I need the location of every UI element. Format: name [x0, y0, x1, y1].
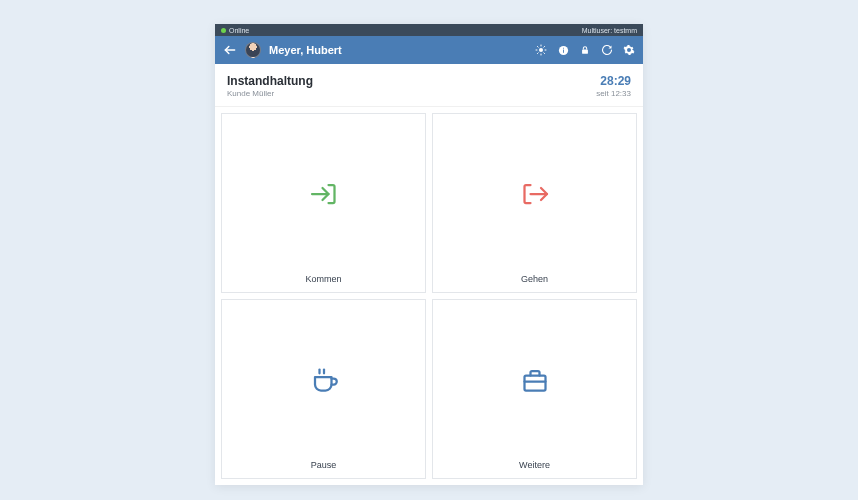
back-button[interactable] — [223, 43, 237, 57]
arrow-left-icon — [223, 43, 237, 57]
more-tile[interactable]: Weitere — [432, 299, 637, 479]
coffee-cup-icon — [306, 362, 342, 398]
settings-button[interactable] — [623, 44, 635, 56]
svg-rect-13 — [582, 50, 588, 54]
lock-button[interactable] — [579, 44, 591, 56]
svg-line-5 — [544, 53, 545, 54]
task-subtitle: Kunde Müller — [227, 89, 313, 98]
tile-label: Pause — [311, 460, 337, 478]
status-bar: Online Multiuser: testmm — [215, 24, 643, 36]
connection-status: Online — [229, 27, 249, 34]
info-icon — [558, 45, 569, 56]
task-title: Instandhaltung — [227, 74, 313, 88]
pause-tile[interactable]: Pause — [221, 299, 426, 479]
elapsed-timer: 28:29 — [596, 74, 631, 88]
svg-rect-18 — [524, 376, 545, 391]
gear-icon — [623, 44, 635, 56]
tile-label: Weitere — [519, 460, 550, 478]
svg-line-8 — [537, 53, 538, 54]
svg-rect-12 — [563, 47, 564, 48]
sun-icon — [535, 44, 547, 56]
enter-icon — [306, 176, 342, 212]
since-label: seit 12:33 — [596, 89, 631, 98]
tile-label: Kommen — [305, 274, 341, 292]
exit-icon — [517, 176, 553, 212]
action-grid: Kommen Gehen Pause — [215, 107, 643, 485]
brightness-button[interactable] — [535, 44, 547, 56]
multiuser-label: Multiuser: testmm — [582, 27, 637, 34]
app-window: Online Multiuser: testmm Meyer, Hubert — [215, 24, 643, 485]
svg-point-1 — [539, 48, 543, 52]
sync-icon — [601, 44, 613, 56]
svg-rect-11 — [563, 49, 564, 52]
lock-icon — [580, 44, 590, 56]
briefcase-icon — [517, 362, 553, 398]
tile-label: Gehen — [521, 274, 548, 292]
online-indicator-icon — [221, 28, 226, 33]
svg-line-4 — [537, 46, 538, 47]
info-button[interactable] — [557, 44, 569, 56]
sync-button[interactable] — [601, 44, 613, 56]
svg-line-9 — [544, 46, 545, 47]
app-bar: Meyer, Hubert — [215, 36, 643, 64]
context-header: Instandhaltung Kunde Müller 28:29 seit 1… — [215, 64, 643, 107]
avatar — [245, 42, 261, 58]
come-tile[interactable]: Kommen — [221, 113, 426, 293]
user-name: Meyer, Hubert — [269, 44, 527, 56]
go-tile[interactable]: Gehen — [432, 113, 637, 293]
